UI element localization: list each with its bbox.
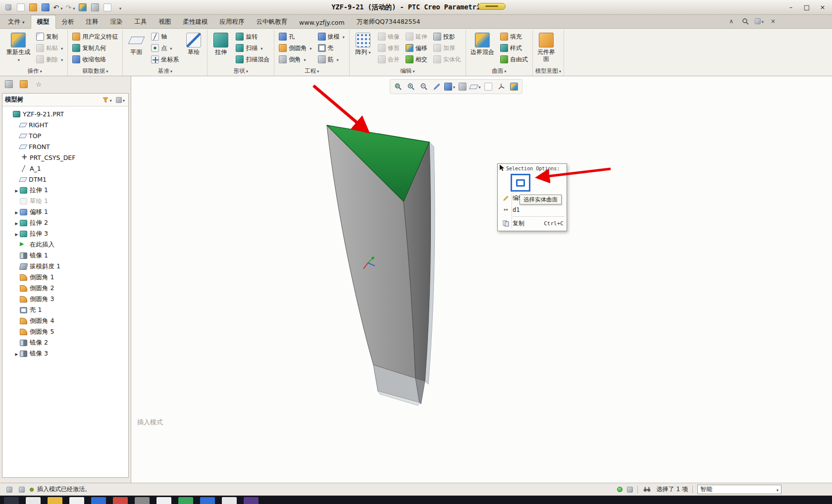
graphics-viewport[interactable]: Selection Options: 编辑 d1 复制 C	[131, 76, 832, 483]
ribbon-tab[interactable]: 工具	[129, 15, 153, 28]
plane-button[interactable]: 平面	[125, 31, 147, 57]
chamfer-button[interactable]: 倒角	[277, 54, 313, 65]
save-button[interactable]	[40, 2, 51, 13]
window-button[interactable]	[90, 2, 101, 13]
tree-item[interactable]: 偏移 1	[2, 206, 128, 217]
trim-button[interactable]: 修剪	[376, 43, 402, 53]
ribbon-tab[interactable]: 应用程序	[214, 15, 251, 28]
toggle-browser-button[interactable]	[17, 485, 26, 494]
new-file-button[interactable]	[15, 2, 26, 13]
app-menu-button[interactable]	[3, 2, 14, 13]
tree-item[interactable]: TOP	[2, 130, 128, 141]
fill-button[interactable]: 填充	[498, 31, 530, 42]
ribbon-tab[interactable]: 文件	[2, 15, 31, 28]
refit-button[interactable]	[392, 81, 404, 93]
taskbar-app-button[interactable]	[244, 497, 259, 504]
selection-filter-dropdown[interactable]: 智能	[697, 485, 781, 494]
tree-item[interactable]: 拔模斜度 1	[2, 261, 128, 272]
section-button[interactable]	[457, 81, 468, 93]
repaint-button[interactable]	[431, 81, 443, 93]
select-solid-surface-button[interactable]	[511, 174, 530, 192]
datum-display-button[interactable]	[469, 81, 481, 93]
group-label-model-intent[interactable]: 模型意图	[535, 66, 561, 76]
udf-button[interactable]: 用户定义特征	[70, 31, 120, 42]
collapse-ribbon-button[interactable]: ∧	[727, 17, 736, 26]
component-interface-button[interactable]: 元件界面	[535, 31, 557, 64]
display-style-button[interactable]	[444, 81, 456, 93]
axis-button[interactable]: 轴	[149, 31, 181, 42]
navigator-folder-button[interactable]	[18, 78, 30, 90]
revolve-button[interactable]: 旋转	[234, 31, 271, 42]
shrinkwrap-button[interactable]: 收缩包络	[70, 54, 120, 65]
pattern-button[interactable]: 阵列	[352, 31, 374, 57]
start-button[interactable]	[4, 497, 19, 504]
ribbon-tab[interactable]: 万老师QQ734482554	[351, 15, 426, 28]
tree-settings-button[interactable]	[115, 96, 126, 104]
sweep-button[interactable]: 扫描	[234, 43, 271, 53]
taskbar-app-button[interactable]	[113, 497, 128, 504]
tree-item[interactable]: 拉伸 1	[2, 185, 128, 196]
tree-item[interactable]: 镜像 3	[2, 348, 128, 359]
tree-item[interactable]: 拉伸 3	[2, 228, 128, 239]
notification-pill[interactable]	[478, 3, 506, 10]
group-label-edit[interactable]: 编辑	[352, 66, 463, 76]
tree-item[interactable]: FRONT	[2, 141, 128, 152]
annotation-display-button[interactable]	[482, 81, 494, 93]
close-session-button[interactable]: ×	[769, 17, 778, 26]
ribbon-tab[interactable]: 分析	[56, 15, 80, 28]
expand-icon[interactable]	[13, 208, 20, 215]
hole-button[interactable]: 孔	[277, 31, 313, 42]
taskbar-app-button[interactable]	[91, 497, 106, 504]
regenerate-button[interactable]: 重新生成	[4, 31, 32, 65]
round-button[interactable]: 倒圆角	[277, 43, 313, 53]
tree-item[interactable]: DTM1	[2, 174, 128, 185]
toggle-navigator-button[interactable]	[5, 485, 14, 494]
group-label-surfaces[interactable]: 曲面	[468, 66, 530, 76]
copy-geometry-button[interactable]: 复制几何	[70, 43, 120, 53]
tree-item[interactable]: 拉伸 2	[2, 217, 128, 228]
tree-item[interactable]: 在此插入	[2, 239, 128, 250]
tree-item[interactable]: 倒圆角 1	[2, 272, 128, 283]
redo-button[interactable]: ↷	[65, 2, 76, 13]
tree-item[interactable]: RIGHT	[2, 119, 128, 130]
group-label-engineering[interactable]: 工程	[277, 66, 347, 76]
ribbon-tab[interactable]: 视图	[153, 15, 177, 28]
tree-item[interactable]: 倒圆角 2	[2, 283, 128, 294]
tree-item[interactable]: 草绘 1	[2, 196, 128, 206]
ribbon-tab[interactable]: 模型	[31, 15, 56, 29]
sketch-button[interactable]: 草绘	[183, 31, 205, 57]
group-label-operations[interactable]: 操作	[4, 66, 65, 76]
delete-button[interactable]: 删除	[34, 54, 65, 65]
ribbon-tab[interactable]: 渲染	[104, 15, 129, 28]
point-button[interactable]: 点	[149, 43, 181, 53]
find-button[interactable]	[642, 485, 652, 495]
expand-icon[interactable]	[13, 219, 20, 226]
tree-filter-button[interactable]	[102, 96, 112, 104]
copy-menuitem[interactable]: 复制 Ctrl+C	[498, 218, 567, 229]
navigator-favorites-button[interactable]: ☆	[33, 78, 45, 90]
spin-center-button[interactable]	[495, 81, 507, 93]
undo-button[interactable]: ↶	[52, 2, 63, 13]
minimize-button[interactable]: –	[784, 2, 797, 12]
expand-icon[interactable]	[13, 187, 20, 194]
thicken-button[interactable]: 加厚	[431, 43, 463, 53]
status-options-icon[interactable]	[627, 487, 633, 493]
taskbar-app-button[interactable]	[156, 497, 171, 504]
close-button[interactable]: ×	[816, 2, 829, 12]
tree-item[interactable]: PRT_CSYS_DEF	[2, 152, 128, 163]
ribbon-tab[interactable]: www.yzfjy.com	[293, 16, 351, 28]
tree-item[interactable]: 倒圆角 3	[2, 294, 128, 304]
maximize-button[interactable]: □	[800, 2, 813, 12]
draft-button[interactable]: 拔模	[316, 31, 347, 42]
rib-button[interactable]: 筋	[316, 54, 347, 65]
extrude-button[interactable]: 拉伸	[210, 31, 232, 57]
ribbon-tab[interactable]: 柔性建模	[177, 15, 214, 28]
ribbon-tab[interactable]: 注释	[80, 15, 104, 28]
tree-item[interactable]: YZF-9-21.PRT	[2, 108, 128, 119]
taskbar-app-button[interactable]	[48, 497, 62, 504]
tree-item[interactable]: A_1	[2, 163, 128, 174]
group-label-datum[interactable]: 基准	[125, 66, 205, 76]
dimension-menuitem[interactable]: d1	[498, 204, 567, 215]
tree-item[interactable]: 镜像 2	[2, 337, 128, 348]
style-button[interactable]: 样式	[498, 43, 530, 53]
